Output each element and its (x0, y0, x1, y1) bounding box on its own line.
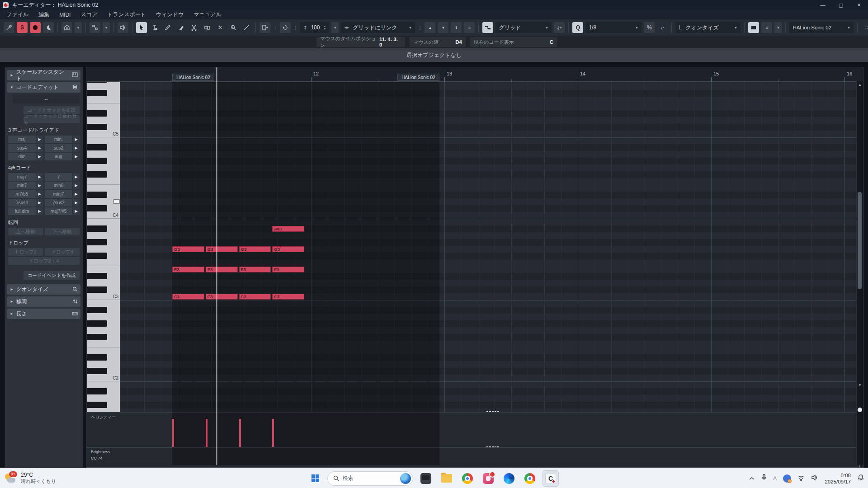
chord-audition-icon[interactable]: ▶ (36, 207, 43, 215)
drop-button[interactable]: ドロップ2 (8, 248, 43, 256)
midi-note-G3[interactable]: G3 (239, 246, 271, 252)
midi-note-C3[interactable]: C3 (239, 294, 271, 300)
taskbar-app-pink[interactable] (480, 470, 496, 487)
piano-keyboard[interactable]: C2C3C4C5 (87, 81, 120, 412)
note-grid[interactable]: C3C3C3C3E3E3E3E3G3G3G3G3A#3 (120, 81, 858, 412)
chord-audition-icon[interactable]: ▶ (73, 207, 80, 215)
maximize-button[interactable]: ▢ (832, 0, 850, 10)
edit-active-part-icon[interactable]: ≡ (761, 22, 772, 33)
nudge-up-icon[interactable]: ▲ (425, 22, 435, 33)
info-field-0[interactable]: マウスのタイムポジション11. 4. 3. 0 (316, 37, 405, 47)
chord-audition-icon[interactable]: ▶ (36, 182, 43, 189)
chord-button-sus2[interactable]: sus2▶ (45, 144, 80, 152)
controller-lanes[interactable]: ベロシティーBrightnessCC 74 (86, 412, 858, 465)
info-field-1[interactable]: マウスの値D4 (410, 37, 466, 47)
taskbar-search[interactable]: 検索 (327, 471, 413, 486)
pin-icon[interactable] (4, 22, 14, 33)
midi-note-G3[interactable]: G3 (272, 246, 304, 252)
drop-button[interactable]: ドロップ3 (45, 248, 80, 256)
chord-button-m7b5[interactable]: m7/b5▶ (8, 190, 43, 198)
chord-button-maj[interactable]: maj▶ (8, 136, 43, 143)
window-zones-icon[interactable] (61, 22, 72, 33)
midi-note-E3[interactable]: E3 (272, 267, 304, 272)
track-selector-box[interactable]: HALion Sonic 02 ▼ (789, 22, 854, 33)
chord-audition-icon[interactable]: ▶ (73, 199, 80, 206)
taskbar-chrome[interactable] (459, 470, 476, 487)
tool-zoom[interactable] (228, 22, 239, 33)
black-key[interactable] (87, 171, 107, 178)
show-part-borders-icon[interactable] (748, 22, 759, 33)
audition-speaker-icon[interactable] (118, 22, 128, 33)
tool-trim[interactable] (149, 22, 160, 33)
insert-velocity-stepper[interactable]: ▲▼ (323, 25, 326, 30)
part-end-flag[interactable]: HALion Sonic 02 (397, 74, 439, 81)
tool-glue[interactable] (202, 22, 212, 33)
chord-button-7[interactable]: 7▶ (45, 173, 80, 181)
tool-mute[interactable]: ✕ (215, 22, 226, 33)
taskbar-clock[interactable]: 0:08 2025/09/17 (825, 472, 851, 485)
part-start-flag[interactable]: HALion Sonic 02 (172, 74, 214, 81)
step-input-icon[interactable]: ∷ (861, 22, 868, 33)
chord-button-aug[interactable]: aug▶ (45, 153, 80, 160)
chord-audition-icon[interactable]: ▶ (36, 190, 43, 198)
menu-item-6[interactable]: マニュアル (191, 11, 228, 19)
inversion-button[interactable]: 上へ移動 (8, 228, 43, 235)
black-key[interactable] (87, 192, 107, 198)
menu-item-2[interactable]: MIDI (57, 12, 78, 18)
black-key[interactable] (87, 144, 107, 150)
black-key[interactable] (87, 273, 107, 279)
minimize-button[interactable]: — (814, 0, 832, 10)
midi-note-A#3[interactable]: A#3 (272, 226, 304, 232)
chord-button-minj7[interactable]: minj7▶ (45, 190, 80, 198)
part-edit-loop-icon[interactable] (280, 22, 291, 33)
chord-audition-icon[interactable]: ▶ (73, 144, 80, 152)
tool-object-selection[interactable] (136, 22, 147, 33)
chord-audition-icon[interactable]: ▶ (73, 190, 80, 198)
tool-erase[interactable] (175, 22, 186, 33)
window-zones-dropdown[interactable]: ▼ (75, 22, 82, 33)
chord-audition-icon[interactable]: ▶ (73, 182, 80, 189)
move-up-icon[interactable]: ⬆ (451, 22, 462, 33)
black-key[interactable] (87, 90, 107, 96)
black-key[interactable] (87, 388, 107, 394)
black-key[interactable] (87, 402, 107, 408)
chord-button-7sus2[interactable]: 7sus2▶ (45, 199, 80, 206)
black-key[interactable] (87, 320, 107, 327)
taskbar-edge[interactable] (501, 470, 517, 487)
link-to-grid-box[interactable]: ◀▶ グリッドにリンク ▼ (341, 22, 415, 33)
swing-icon[interactable]: % (644, 22, 655, 33)
scrollbar-thumb[interactable] (858, 192, 862, 289)
chord-button-maj7[interactable]: maj7▶ (8, 173, 43, 181)
black-key[interactable] (87, 307, 107, 313)
black-key[interactable] (87, 286, 107, 293)
grid-plusminus-icon[interactable]: -|+ (554, 22, 565, 33)
chord-audition-icon[interactable]: ▶ (36, 153, 43, 160)
chord-button-dim[interactable]: dim▶ (8, 153, 43, 160)
menu-item-3[interactable]: スコア (78, 11, 104, 19)
inversion-button[interactable]: 下へ移動 (45, 228, 80, 235)
black-key[interactable] (87, 368, 107, 374)
move-end-icon[interactable]: ≡ (464, 22, 475, 33)
chord-button-min[interactable]: min.▶ (45, 136, 80, 143)
menu-item-0[interactable]: ファイル (4, 11, 36, 19)
start-button[interactable] (307, 471, 323, 486)
quantize-q-icon[interactable]: Q (572, 22, 583, 33)
midi-note-E3[interactable]: E3 (206, 267, 238, 272)
velocity-bar[interactable] (206, 419, 208, 447)
velocity-bar[interactable] (239, 419, 241, 447)
section-chord-edit[interactable]: ▼コードエディット (7, 82, 80, 93)
insert-velocity-box[interactable]: ↧ 100 ▲▼ (300, 22, 329, 33)
chord-audition-icon[interactable]: ▶ (36, 173, 43, 181)
vertical-scrollbar[interactable]: ▲ ▼ + (856, 81, 863, 465)
black-key[interactable] (87, 205, 107, 211)
scroll-down-icon[interactable]: ▼ (857, 383, 863, 387)
iterative-quantize-icon[interactable]: e (657, 22, 668, 33)
solo-button[interactable]: S (17, 22, 28, 33)
tool-draw[interactable] (162, 22, 173, 33)
pitch-visibility-dropdown[interactable]: ▼ (103, 22, 110, 33)
tray-app-icon[interactable] (783, 474, 791, 483)
match-chord-track-button[interactable]: コードトラックに合わせる (24, 115, 80, 123)
tool-line[interactable] (241, 22, 252, 33)
chord-audition-icon[interactable]: ▶ (36, 144, 43, 152)
create-chord-event-button[interactable]: コードイベントを作成 (24, 271, 80, 280)
